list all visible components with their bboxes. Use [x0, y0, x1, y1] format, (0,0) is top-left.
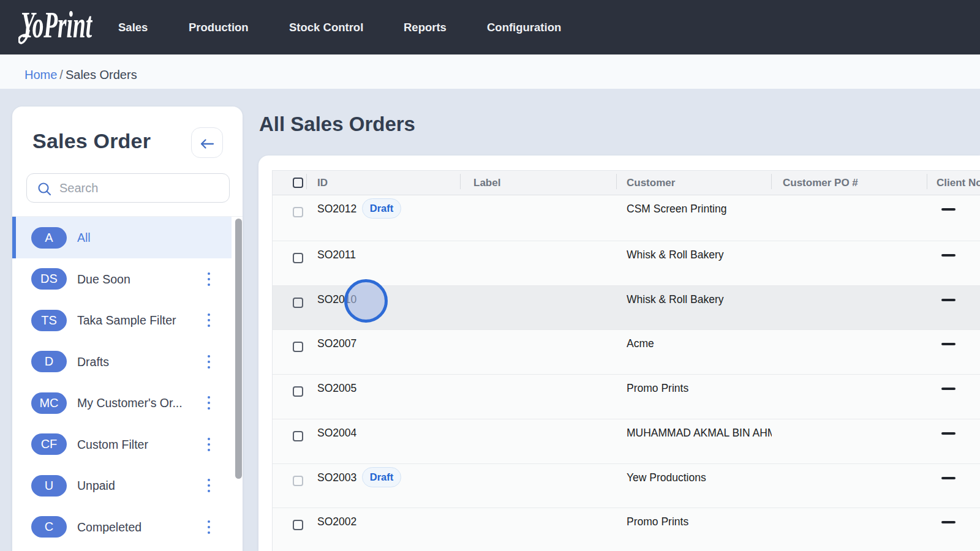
svg-text:YoPrint: YoPrint	[21, 4, 92, 45]
